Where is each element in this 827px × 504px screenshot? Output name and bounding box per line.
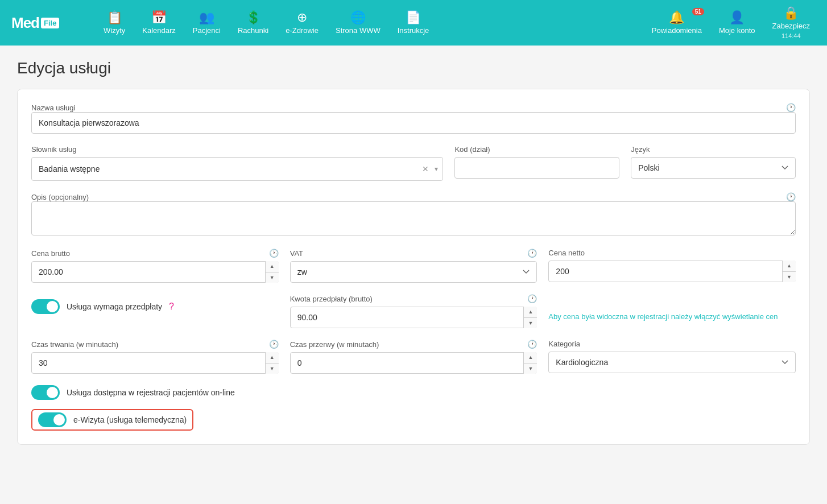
- toggle-przedplata-row: Usługa wymaga przedpłaty ?: [31, 299, 279, 314]
- jezyk-label: Język: [631, 145, 796, 154]
- row-przedplata: Usługa wymaga przedpłaty ? Kwota przedpł…: [31, 294, 796, 328]
- pacjenci-icon: 👥: [199, 11, 214, 24]
- nav-label-powiadomienia: Powiadomienia: [652, 26, 702, 35]
- czas-przerwy-down[interactable]: ▼: [524, 363, 537, 374]
- nav-item-e-zdrowie[interactable]: ⊕ e-Zdrowie: [279, 7, 325, 39]
- opis-history-icon[interactable]: 🕐: [786, 192, 796, 201]
- toggle-rejestracja-label: Usługa dostępna w rejestracji pacjentów …: [67, 388, 235, 397]
- slownik-group: Słownik usług Badania wstępne ✕ ▾: [31, 145, 443, 181]
- czas-przerwy-label: Czas przerwy (w minutach): [290, 340, 379, 349]
- jezyk-select[interactable]: Polski English Deutsch: [631, 157, 796, 179]
- vat-select[interactable]: zw 5% 8% 23%: [290, 261, 537, 283]
- cena-netto-spinners: ▲ ▼: [782, 261, 796, 282]
- kod-dzial-label: Kod (dział): [454, 145, 619, 154]
- nazwa-uslugi-section: Nazwa usługi 🕐: [31, 103, 796, 134]
- nav-label-strona-www: Strona WWW: [336, 26, 381, 35]
- kwota-przedplaty-spinners: ▲ ▼: [523, 307, 537, 328]
- kategoria-group: Kategoria Kardiologiczna Neurologiczna O…: [548, 340, 796, 373]
- cena-brutto-spinners: ▲ ▼: [265, 261, 279, 283]
- cena-brutto-input[interactable]: [31, 261, 279, 283]
- time-display: 114:44: [781, 32, 801, 39]
- info-cena-link[interactable]: Aby cena była widoczna w rejestracji nal…: [548, 312, 778, 321]
- toggle-e-wizyta[interactable]: [38, 412, 67, 427]
- logo[interactable]: Med File: [11, 14, 80, 32]
- kod-dzial-group: Kod (dział): [454, 145, 619, 179]
- vat-group: VAT 🕐 zw 5% 8% 23%: [290, 249, 537, 283]
- toggle-rejestracja-row: Usługa dostępna w rejestracji pacjentów …: [31, 385, 796, 400]
- nazwa-uslugi-input[interactable]: [31, 112, 796, 134]
- czas-przerwy-input[interactable]: [290, 352, 537, 374]
- slownik-clear-icon[interactable]: ✕: [421, 163, 430, 175]
- question-icon[interactable]: ?: [169, 301, 174, 312]
- czas-trwania-group: Czas trwania (w minutach) 🕐 ▲ ▼: [31, 340, 279, 374]
- czas-trwania-input[interactable]: [31, 352, 279, 374]
- kwota-przedplaty-group: Kwota przedpłaty (brutto) 🕐 ▲ ▼: [290, 294, 537, 328]
- czas-trwania-history-icon[interactable]: 🕐: [269, 340, 279, 349]
- cena-netto-group: Cena netto ▲ ▼: [548, 249, 796, 282]
- lock-icon: 🔒: [783, 7, 799, 19]
- cena-brutto-group: Cena brutto 🕐 ▲ ▼: [31, 249, 279, 283]
- czas-trwania-wrapper: ▲ ▼: [31, 352, 279, 374]
- toggle-rejestracja-slider: [31, 385, 60, 400]
- cena-brutto-up[interactable]: ▲: [266, 261, 279, 272]
- nav-item-pacjenci[interactable]: 👥 Pacjenci: [186, 7, 228, 39]
- nazwa-history-icon[interactable]: 🕐: [786, 103, 796, 112]
- vat-history-icon[interactable]: 🕐: [527, 249, 537, 258]
- toggle-e-wizyta-slider: [38, 412, 67, 427]
- opis-label: Opis (opcjonalny): [31, 193, 89, 201]
- nav-item-instrukcje[interactable]: 📄 Instrukcje: [391, 7, 436, 39]
- header: Med File 📋 Wizyty 📅 Kalendarz 👥 Pacjenci…: [0, 0, 827, 46]
- slownik-arrow-icon[interactable]: ▾: [435, 165, 438, 173]
- kwota-przedplaty-input[interactable]: [290, 307, 537, 328]
- toggle-przedplata-slider: [31, 299, 60, 314]
- przedplata-toggle-col: Usługa wymaga przedpłaty ?: [31, 299, 279, 323]
- nav-label-rachunki: Rachunki: [238, 26, 268, 35]
- nav-item-rachunki[interactable]: 💲 Rachunki: [231, 7, 275, 39]
- toggle-rejestracja[interactable]: [31, 385, 60, 400]
- toggle-przedplata[interactable]: [31, 299, 60, 314]
- kwota-przedplaty-label: Kwota przedpłaty (brutto): [290, 295, 373, 303]
- nav-label-wizyty: Wizyty: [104, 26, 125, 35]
- cena-brutto-wrapper: ▲ ▼: [31, 261, 279, 283]
- kwota-przedplaty-wrapper: ▲ ▼: [290, 307, 537, 328]
- wizyty-icon: 📋: [107, 11, 122, 24]
- czas-trwania-up[interactable]: ▲: [266, 352, 279, 363]
- cena-brutto-history-icon[interactable]: 🕐: [269, 249, 279, 258]
- form-card: Nazwa usługi 🕐 Słownik usług Badania wst…: [17, 89, 810, 445]
- cena-brutto-down[interactable]: ▼: [266, 272, 279, 283]
- nav-label-instrukcje: Instrukcje: [398, 26, 429, 35]
- kategoria-label: Kategoria: [548, 340, 796, 348]
- nav-item-wizyty[interactable]: 📋 Wizyty: [97, 7, 132, 39]
- logo-file: File: [41, 18, 59, 28]
- opis-textarea[interactable]: [31, 201, 796, 236]
- kwota-history-icon[interactable]: 🕐: [527, 294, 537, 303]
- czas-przerwy-history-icon[interactable]: 🕐: [527, 340, 537, 349]
- toggle-e-wizyta-row: e-Wizyta (usługa telemedyczna): [31, 409, 193, 431]
- kategoria-select[interactable]: Kardiologiczna Neurologiczna Ortopedyczn…: [548, 352, 796, 373]
- nav-moje-konto[interactable]: 👤 Moje konto: [713, 7, 761, 39]
- czas-przerwy-spinners: ▲ ▼: [523, 352, 537, 374]
- info-cena-col: Aby cena była widoczna w rejestracji nal…: [548, 300, 796, 323]
- kwota-up[interactable]: ▲: [524, 307, 537, 318]
- page-title: Edycja usługi: [17, 59, 810, 77]
- nav-powiadomienia[interactable]: 51 🔔 Powiadomienia: [646, 7, 708, 39]
- czas-trwania-down[interactable]: ▼: [266, 363, 279, 374]
- czas-przerwy-up[interactable]: ▲: [524, 352, 537, 363]
- cena-brutto-label: Cena brutto: [31, 249, 70, 258]
- nav-item-strona-www[interactable]: 🌐 Strona WWW: [329, 7, 387, 39]
- nav-zabezpiecz[interactable]: 🔒 Zabezpiecz 114:44: [767, 2, 816, 44]
- slownik-label: Słownik usług: [31, 145, 443, 154]
- jezyk-group: Język Polski English Deutsch: [631, 145, 796, 179]
- cena-netto-input[interactable]: [548, 261, 796, 282]
- nav-label-kalendarz: Kalendarz: [142, 26, 176, 35]
- nav-item-kalendarz[interactable]: 📅 Kalendarz: [135, 7, 183, 39]
- czas-trwania-spinners: ▲ ▼: [265, 352, 279, 374]
- cena-netto-up[interactable]: ▲: [783, 261, 796, 272]
- kod-dzial-input[interactable]: [454, 157, 619, 179]
- cena-netto-down[interactable]: ▼: [783, 272, 796, 283]
- cena-netto-wrapper: ▲ ▼: [548, 261, 796, 282]
- kwota-down[interactable]: ▼: [524, 318, 537, 329]
- toggle-przedplata-label: Usługa wymaga przedpłaty: [67, 302, 162, 311]
- slownik-select-wrapper[interactable]: Badania wstępne ✕ ▾: [31, 157, 443, 181]
- opis-section: Opis (opcjonalny) 🕐: [31, 192, 796, 237]
